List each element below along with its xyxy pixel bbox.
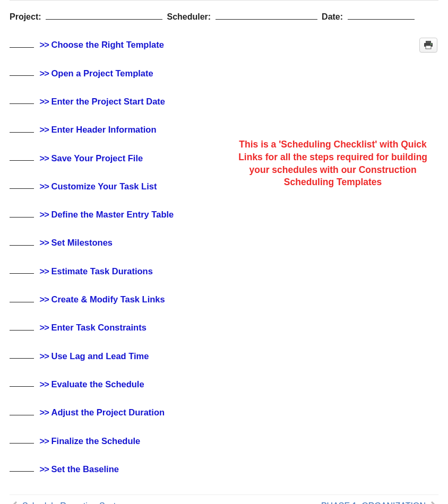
checklist-item: >> Choose the Right Template xyxy=(10,39,232,50)
chevron-icon: >> xyxy=(40,351,49,360)
checklist: >> Choose the Right Template >> Open a P… xyxy=(10,39,232,491)
item-blank xyxy=(10,350,34,359)
chevron-icon: >> xyxy=(40,68,49,77)
pager-next[interactable]: PHASE 1: ORGANIZATION xyxy=(321,500,436,504)
callout-text: This is a 'Scheduling Checklist' with Qu… xyxy=(232,138,438,189)
checklist-link-adjust-duration[interactable]: Adjust the Project Duration xyxy=(51,407,165,417)
checklist-item: >> Enter Header Information xyxy=(10,124,232,135)
chevron-icon: >> xyxy=(40,323,49,332)
chevron-icon: >> xyxy=(40,436,49,445)
checklist-item: >> Enter the Project Start Date xyxy=(10,95,232,107)
chevron-icon: >> xyxy=(40,379,49,388)
checklist-item: >> Open a Project Template xyxy=(10,67,232,79)
chevron-icon: >> xyxy=(40,125,49,134)
checklist-link-open-template[interactable]: Open a Project Template xyxy=(51,68,153,77)
print-icon xyxy=(424,41,433,49)
chevron-icon: >> xyxy=(40,210,49,219)
item-blank xyxy=(10,406,34,415)
chevron-icon: >> xyxy=(40,464,49,473)
chevron-icon: >> xyxy=(40,40,49,49)
item-blank xyxy=(10,208,34,218)
checklist-item: >> Set Milestones xyxy=(10,237,232,248)
pager-prev[interactable]: Schedule Reporting System xyxy=(12,500,127,504)
chevron-left-icon xyxy=(12,500,18,504)
date-label: Date: xyxy=(322,12,343,21)
checklist-link-lag-lead[interactable]: Use Lag and Lead Time xyxy=(51,351,149,360)
project-blank xyxy=(46,11,162,20)
chevron-icon: >> xyxy=(40,266,49,275)
checklist-link-estimate-durations[interactable]: Estimate Task Durations xyxy=(51,266,152,275)
checklist-item: >> Adjust the Project Duration xyxy=(10,406,232,418)
checklist-link-customize-tasks[interactable]: Customize Your Task List xyxy=(51,181,157,190)
item-blank xyxy=(10,39,34,48)
project-label: Project: xyxy=(10,12,41,21)
item-blank xyxy=(10,378,34,387)
chevron-icon: >> xyxy=(40,294,49,304)
svg-rect-2 xyxy=(426,46,431,49)
chevron-icon: >> xyxy=(40,238,49,247)
form-header: Project: Scheduler: Date: xyxy=(10,11,438,23)
pager-next-label: PHASE 1: ORGANIZATION xyxy=(321,501,426,504)
checklist-link-finalize[interactable]: Finalize the Schedule xyxy=(51,436,140,445)
checklist-item: >> Use Lag and Lead Time xyxy=(10,350,232,361)
svg-rect-0 xyxy=(426,41,431,43)
item-blank xyxy=(10,435,34,444)
chevron-right-icon xyxy=(430,500,436,504)
checklist-link-constraints[interactable]: Enter Task Constraints xyxy=(51,323,146,332)
svg-point-3 xyxy=(430,44,432,45)
checklist-item: >> Finalize the Schedule xyxy=(10,435,232,446)
checklist-link-save-file[interactable]: Save Your Project File xyxy=(51,153,143,162)
checklist-item: >> Customize Your Task List xyxy=(10,180,232,192)
checklist-link-start-date[interactable]: Enter the Project Start Date xyxy=(51,96,165,106)
checklist-item: >> Save Your Project File xyxy=(10,152,232,163)
checklist-link-choose-template[interactable]: Choose the Right Template xyxy=(51,40,163,49)
item-blank xyxy=(10,237,34,246)
print-button[interactable] xyxy=(419,38,437,53)
checklist-item: >> Define the Master Entry Table xyxy=(10,208,232,220)
item-blank xyxy=(10,463,34,472)
item-blank xyxy=(10,95,34,105)
item-blank xyxy=(10,152,34,161)
pager-prev-label: Schedule Reporting System xyxy=(22,501,127,504)
chevron-icon: >> xyxy=(40,181,49,190)
checklist-item: >> Set the Baseline xyxy=(10,463,232,474)
item-blank xyxy=(10,67,34,76)
checklist-link-header-info[interactable]: Enter Header Information xyxy=(51,125,156,134)
checklist-link-task-links[interactable]: Create & Modify Task Links xyxy=(51,294,165,304)
checklist-item: >> Create & Modify Task Links xyxy=(10,293,232,305)
item-blank xyxy=(10,124,34,133)
item-blank xyxy=(10,180,34,189)
checklist-link-baseline[interactable]: Set the Baseline xyxy=(51,464,118,473)
checklist-link-master-entry[interactable]: Define the Master Entry Table xyxy=(51,210,174,219)
chevron-icon: >> xyxy=(40,153,49,162)
scheduler-label: Scheduler: xyxy=(167,12,211,21)
checklist-link-milestones[interactable]: Set Milestones xyxy=(51,238,113,247)
item-blank xyxy=(10,321,34,331)
date-blank xyxy=(348,11,415,20)
checklist-item: >> Estimate Task Durations xyxy=(10,265,232,276)
pager: Schedule Reporting System PHASE 1: ORGAN… xyxy=(10,494,438,504)
checklist-item: >> Enter Task Constraints xyxy=(10,321,232,333)
checklist-item: >> Evaluate the Schedule xyxy=(10,378,232,389)
scheduler-blank xyxy=(216,11,317,20)
chevron-icon: >> xyxy=(40,96,49,106)
item-blank xyxy=(10,265,34,274)
checklist-link-evaluate[interactable]: Evaluate the Schedule xyxy=(51,379,144,388)
chevron-icon: >> xyxy=(40,407,49,417)
item-blank xyxy=(10,293,34,302)
